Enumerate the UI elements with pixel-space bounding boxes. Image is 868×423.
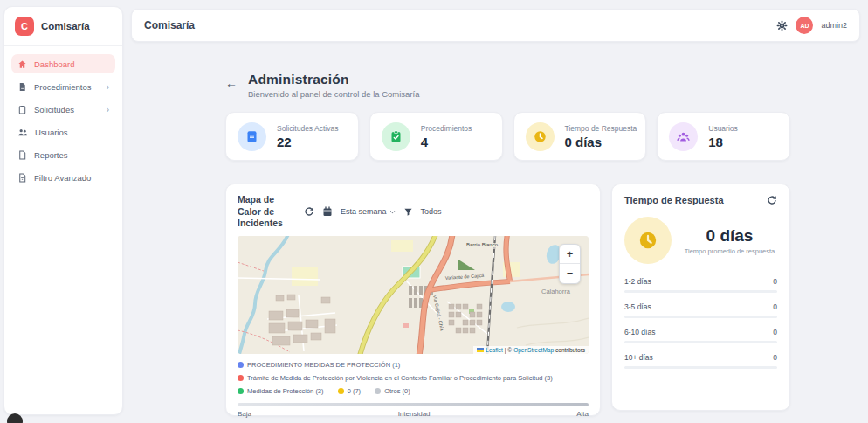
stats-row: Solicitudes Activas 22 Procedimientos 4 … [225, 112, 790, 161]
user-name[interactable]: admin2 [821, 21, 847, 30]
range-progress-bar [624, 316, 777, 318]
map-label-calahorra: Calahorra [541, 288, 571, 295]
stat-value: 18 [708, 135, 738, 149]
period-select[interactable]: Esta semana [341, 207, 396, 216]
calendar-icon [322, 206, 333, 217]
legend-dot-yellow [338, 388, 344, 394]
leaflet-link[interactable]: Leaflet [486, 347, 503, 353]
intensity-scale-bar [238, 403, 589, 406]
intensity-high: Alta [576, 410, 589, 418]
sidebar-item-label: Dashboard [34, 59, 74, 69]
stat-value: 4 [421, 135, 472, 149]
sidebar-item-label: Reportes [34, 150, 68, 160]
sidebar-item-label: Filtro Avanzado [34, 173, 91, 183]
heatmap-card: Mapa de Calor de Incidentes Esta semana … [225, 184, 601, 416]
response-rows: 1-2 días0 3-5 días0 6-10 días0 10+ días0 [624, 277, 777, 369]
file-filter-icon [17, 173, 27, 183]
back-button[interactable]: ← [225, 76, 238, 90]
refresh-icon[interactable] [767, 195, 777, 205]
sidebar-item-filtro-avanzado[interactable]: Filtro Avanzado [11, 168, 115, 187]
legend-dot-gray [375, 388, 381, 394]
stat-value: 22 [277, 135, 338, 149]
incident-map[interactable]: Barrio Blanco Calahorra Variante de Caji… [238, 236, 589, 354]
sidebar-item-procedimientos[interactable]: Procedimientos › [11, 77, 115, 96]
filter-funnel-icon[interactable] [403, 207, 413, 217]
stat-label: Tiempo de Respuesta [565, 124, 637, 133]
clock-icon [624, 217, 672, 264]
home-icon [17, 59, 27, 69]
response-value: 0 días [682, 226, 777, 246]
page-title: Administración [248, 72, 349, 87]
response-row: 3-5 días0 [624, 302, 777, 318]
gear-icon[interactable] [776, 20, 788, 31]
stat-card-tiempo-respuesta: Tiempo de Respuesta 0 días [513, 112, 647, 161]
stat-card-procedimientos: Procedimientos 4 [369, 112, 503, 161]
page-subtitle: Bienvenido al panel de control de la Com… [248, 89, 419, 99]
map-legend: PROCEDIMIENTO MEDIDAS DE PROTECCIÓN (1) … [238, 361, 589, 400]
zoom-out-button[interactable]: − [560, 264, 580, 283]
response-row: 6-10 días0 [624, 328, 777, 343]
response-subtitle: Tiempo promedio de respuesta [682, 247, 777, 255]
file-icon [17, 150, 27, 160]
stat-card-usuarios: Usuarios 18 [657, 112, 790, 161]
stat-label: Solicitudes Activas [277, 124, 338, 133]
legend-label: Trámite de Medida de Protección por Viol… [247, 374, 553, 382]
range-progress-bar [624, 341, 777, 343]
map-zoom-control: + − [559, 244, 581, 284]
clock-icon [526, 122, 555, 151]
response-row: 10+ días0 [624, 353, 777, 369]
brand-name: Comisaría [41, 21, 90, 31]
stat-label: Usuarios [708, 124, 738, 133]
range-value: 0 [773, 353, 777, 362]
legend-item: Medidas de Protección (3) [238, 387, 324, 395]
chevron-right-icon: › [107, 82, 109, 92]
intensity-title: Intensidad [398, 410, 431, 418]
zoom-in-button[interactable]: + [560, 245, 580, 264]
brand: C Comisaría [4, 7, 122, 46]
intensity-low: Baja [238, 410, 251, 418]
refresh-icon[interactable] [304, 206, 314, 217]
legend-dot-red [238, 375, 244, 381]
legend-item: Trámite de Medida de Protección por Viol… [238, 374, 589, 382]
file-text-icon [17, 82, 27, 92]
legend-dot-blue [238, 362, 244, 368]
range-value: 0 [773, 328, 777, 336]
document-icon [238, 122, 266, 151]
heatmap-title: Mapa de Calor de Incidentes [238, 194, 295, 230]
sidebar-item-solicitudes[interactable]: Solicitudes › [11, 100, 115, 119]
response-row: 1-2 días0 [624, 277, 777, 293]
legend-label: Medidas de Protección (3) [247, 387, 324, 395]
legend-label: Otros (0) [384, 387, 410, 395]
ukraine-flag-icon [477, 348, 484, 352]
legend-item: PROCEDIMIENTO MEDIDAS DE PROTECCIÓN (1) [238, 361, 589, 369]
sidebar-nav: Dashboard Procedimientos › Solicitudes ›… [4, 46, 122, 198]
period-select-value: Esta semana [341, 207, 387, 216]
range-label: 10+ días [624, 353, 653, 362]
filter-label[interactable]: Todos [421, 207, 442, 216]
map-attribution: Leaflet | © OpenStreetMap contributors [473, 346, 589, 354]
range-label: 3-5 días [624, 302, 651, 311]
osm-map-canvas: Barrio Blanco Calahorra Variante de Caji… [238, 236, 589, 354]
stat-label: Procedimientos [421, 124, 472, 133]
clipboard-check-icon [382, 122, 410, 151]
legend-item: Otros (0) [375, 387, 410, 395]
attribution-separator: | © [505, 347, 512, 353]
sidebar-item-reportes[interactable]: Reportes [11, 145, 115, 164]
legend-label: PROCEDIMIENTO MEDIDAS DE PROTECCIÓN (1) [247, 361, 400, 369]
topbar-title: Comisaría [144, 19, 195, 31]
floating-action-button[interactable] [7, 413, 23, 423]
stat-card-solicitudes-activas: Solicitudes Activas 22 [225, 112, 359, 161]
range-value: 0 [773, 277, 777, 286]
map-label-barrio-blanco: Barrio Blanco [466, 242, 499, 247]
sidebar-item-usuarios[interactable]: Usuarios [11, 122, 115, 142]
clipboard-icon [17, 105, 27, 114]
intensity-labels: Baja Intensidad Alta [238, 410, 589, 418]
sidebar: C Comisaría Dashboard Procedimientos › S… [3, 6, 123, 415]
avatar[interactable]: AD [796, 17, 813, 34]
osm-link[interactable]: OpenStreetMap [513, 347, 554, 353]
range-label: 6-10 días [624, 328, 655, 336]
response-card-title: Tiempo de Respuesta [624, 195, 724, 205]
sidebar-item-dashboard[interactable]: Dashboard [11, 54, 115, 73]
chevron-right-icon: › [107, 105, 109, 114]
sidebar-item-label: Usuarios [35, 128, 68, 137]
